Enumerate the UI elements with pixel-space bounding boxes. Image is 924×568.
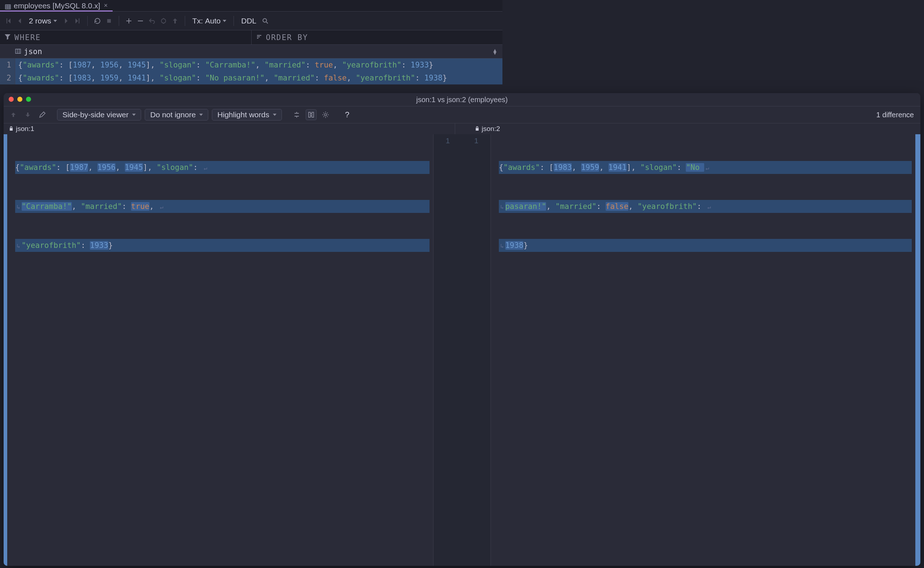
tab-title: employees [MySQL 8.0.x] — [14, 2, 100, 10]
data-grid: 1 {"awards": [1987, 1956, 1945], "slogan… — [0, 59, 502, 85]
left-source-label: json:1 — [4, 124, 455, 134]
next-diff-icon[interactable] — [23, 109, 33, 120]
column-header[interactable]: json ▲▼ — [0, 45, 502, 59]
delete-row-icon[interactable] — [136, 16, 145, 26]
chevron-down-icon — [132, 114, 136, 116]
svg-rect-12 — [309, 112, 310, 117]
svg-rect-5 — [107, 19, 111, 23]
row-count-dropdown[interactable]: 2 rows — [27, 17, 59, 25]
svg-rect-0 — [5, 5, 11, 9]
ddl-button[interactable]: DDL — [239, 17, 259, 25]
submit-icon[interactable] — [170, 16, 180, 26]
help-icon[interactable]: ? — [342, 109, 352, 120]
svg-point-6 — [161, 19, 166, 23]
svg-point-14 — [325, 114, 327, 116]
edit-icon[interactable] — [37, 109, 48, 120]
next-page-icon[interactable] — [61, 16, 71, 26]
svg-rect-13 — [312, 112, 314, 117]
column-name: json — [24, 47, 42, 56]
revert-icon[interactable] — [147, 16, 157, 26]
lock-icon — [9, 125, 14, 133]
commit-preview-icon[interactable] — [159, 16, 168, 26]
table-row[interactable]: 2 {"awards": [1983, 1959, 1941], "slogan… — [0, 71, 502, 85]
minimize-window-icon[interactable] — [17, 97, 23, 102]
diff-pathbar: json:1 json:2 — [4, 124, 502, 134]
diff-title: json:1 vs json:2 (employees) — [4, 96, 502, 104]
sort-toggle-icon[interactable]: ▲▼ — [492, 49, 498, 54]
row-number: 1 — [0, 59, 15, 71]
left-editor[interactable]: {"awards": [1987, 1956, 1945], "slogan":… — [4, 134, 433, 312]
json-cell[interactable]: {"awards": [1987, 1956, 1945], "slogan":… — [15, 60, 502, 69]
data-grid-toolbar: 2 rows Tx: Auto DDL — [0, 12, 502, 30]
right-editor[interactable]: {"awards": [1983, 1959, 1941], "slogan":… — [491, 134, 502, 312]
tab-employees[interactable]: employees [MySQL 8.0.x] × — [0, 0, 113, 11]
table-icon — [5, 3, 11, 9]
soft-wrap-icon: ↳ — [15, 243, 22, 249]
chevron-down-icon — [223, 20, 226, 22]
viewer-mode-dropdown[interactable]: Side-by-side viewer — [57, 109, 141, 121]
json-cell[interactable]: {"awards": [1983, 1959, 1941], "slogan":… — [15, 74, 502, 82]
first-page-icon[interactable] — [4, 16, 13, 26]
svg-line-8 — [266, 22, 268, 23]
filter-icon — [5, 33, 11, 42]
soft-wrap-icon: ↳ — [15, 204, 22, 210]
svg-point-7 — [263, 18, 267, 22]
stop-icon[interactable] — [104, 16, 114, 26]
chevron-down-icon — [53, 20, 57, 22]
diff-window: json:1 vs json:2 (employees) Side-by-sid… — [4, 93, 502, 312]
reload-icon[interactable] — [93, 16, 102, 26]
settings-icon[interactable] — [320, 109, 331, 120]
ignore-mode-dropdown[interactable]: Do not ignore — [145, 109, 208, 121]
tab-bar: employees [MySQL 8.0.x] × — [0, 0, 502, 12]
highlight-mode-dropdown[interactable]: Highlight words — [212, 109, 282, 121]
collapse-unchanged-icon[interactable] — [291, 109, 302, 120]
prev-diff-icon[interactable] — [8, 109, 19, 120]
diff-line-gutter: 11 — [433, 134, 491, 312]
last-page-icon[interactable] — [73, 16, 82, 26]
right-source-label: json:2 — [455, 124, 503, 134]
soft-wrap-icon: ↳ — [499, 204, 502, 210]
row-count-label: 2 rows — [29, 17, 51, 25]
where-filter[interactable]: WHERE — [0, 30, 251, 44]
tx-label: Tx: — [192, 17, 203, 25]
filter-bar: WHERE ORDER BY — [0, 30, 502, 45]
close-icon[interactable]: × — [104, 2, 108, 9]
orderby-filter[interactable]: ORDER BY — [251, 30, 503, 44]
chevron-down-icon — [199, 114, 203, 116]
soft-wrap-icon: ↳ — [499, 243, 502, 249]
tx-mode-dropdown[interactable]: Tx: Auto — [190, 17, 228, 25]
table-row[interactable]: 1 {"awards": [1987, 1956, 1945], "slogan… — [0, 59, 502, 71]
prev-page-icon[interactable] — [15, 16, 24, 26]
tx-mode-value: Auto — [205, 17, 221, 25]
svg-rect-9 — [15, 49, 21, 53]
diff-toolbar: Side-by-side viewer Do not ignore Highli… — [4, 106, 502, 124]
diff-editors: {"awards": [1987, 1956, 1945], "slogan":… — [4, 134, 502, 312]
column-icon — [15, 47, 21, 56]
soft-wrap-icon: ↵ — [202, 165, 209, 171]
diff-titlebar[interactable]: json:1 vs json:2 (employees) — [4, 93, 502, 106]
row-number: 2 — [0, 71, 15, 85]
soft-wrap-icon: ↵ — [159, 204, 165, 210]
lock-icon — [475, 125, 480, 133]
sync-scroll-icon[interactable] — [306, 109, 316, 120]
window-controls — [9, 97, 31, 102]
maximize-window-icon[interactable] — [26, 97, 31, 102]
sort-icon — [256, 33, 262, 42]
chevron-down-icon — [273, 114, 277, 116]
close-window-icon[interactable] — [9, 97, 14, 102]
search-icon[interactable] — [261, 16, 270, 26]
add-row-icon[interactable] — [124, 16, 133, 26]
